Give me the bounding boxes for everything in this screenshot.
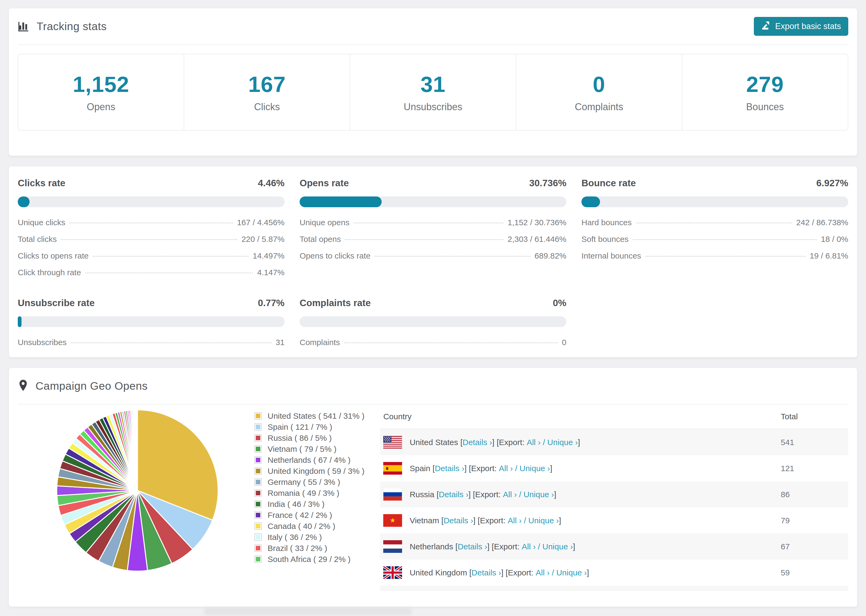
export-all-link[interactable]: All › bbox=[536, 568, 552, 577]
country-name: Spain bbox=[409, 464, 433, 473]
export-basic-stats-button[interactable]: Export basic stats bbox=[754, 17, 848, 36]
geo-table-row-ru: Russia [Details ›] [Export: All › / Uniq… bbox=[380, 481, 848, 508]
bracket: ] bbox=[492, 438, 497, 447]
geo-table-wrap: Country Total United States [Details ›] … bbox=[380, 404, 848, 591]
rate-detail-label: Total clicks bbox=[18, 235, 57, 244]
details-link[interactable]: Details › bbox=[458, 542, 487, 551]
stat-value: 1,152 bbox=[73, 72, 129, 97]
stat-label: Bounces bbox=[746, 101, 784, 113]
country-name: United Kingdom bbox=[409, 568, 469, 577]
export-all-link[interactable]: All › bbox=[527, 438, 543, 447]
stat-label: Clicks bbox=[254, 101, 280, 113]
nl-flag-icon bbox=[383, 540, 402, 553]
stat-value: 279 bbox=[746, 72, 784, 97]
ru-flag-icon bbox=[383, 488, 402, 501]
rate-title: Opens rate bbox=[299, 178, 349, 189]
rate-detail-row: Total clicks220 / 5.87% bbox=[18, 231, 285, 248]
legend-item-de: Germany ( 55 / 3% ) bbox=[254, 476, 364, 487]
rate-section-unsubscribe-rate: Unsubscribe rate0.77%Unsubscribes31 bbox=[18, 297, 285, 351]
export-unique-link[interactable]: Unique › bbox=[556, 568, 587, 577]
pie-slice-49[interactable] bbox=[137, 410, 137, 490]
dotted-leader bbox=[71, 343, 271, 343]
rate-detail-row: Complaints0 bbox=[299, 334, 567, 351]
legend-label: Canada ( 40 / 2% ) bbox=[268, 522, 335, 531]
bracket: [ bbox=[436, 490, 439, 499]
legend-swatch bbox=[254, 456, 262, 464]
slash: / bbox=[524, 516, 529, 525]
country-total: 67 bbox=[778, 533, 848, 559]
legend-item-br: Brazil ( 33 / 2% ) bbox=[254, 543, 364, 554]
rate-detail-value: 242 / 86.738% bbox=[796, 218, 849, 227]
rate-section-opens-rate: Opens rate30.736%Unique opens1,152 / 30.… bbox=[299, 178, 567, 281]
rate-detail-row: Clicks to opens rate14.497% bbox=[18, 248, 285, 264]
export-label: [Export: bbox=[473, 490, 503, 499]
details-link[interactable]: Details › bbox=[463, 438, 492, 447]
rate-title: Bounce rate bbox=[581, 178, 636, 189]
rate-detail-label: Unsubscribes bbox=[18, 338, 67, 347]
export-unique-link[interactable]: Unique › bbox=[547, 438, 578, 447]
tracking-stats-card: Tracking stats Export basic stats 1,152O… bbox=[9, 8, 857, 156]
legend-swatch bbox=[254, 500, 262, 508]
legend-label: Italy ( 36 / 2% ) bbox=[268, 533, 322, 542]
geo-table-row-us: United States [Details ›] [Export: All ›… bbox=[380, 429, 848, 455]
details-link[interactable]: Details › bbox=[435, 464, 464, 473]
stat-label: Opens bbox=[87, 101, 115, 113]
export-unique-link[interactable]: Unique › bbox=[524, 490, 554, 499]
dotted-leader bbox=[85, 272, 253, 273]
country-name: Vietnam bbox=[409, 516, 441, 525]
rate-value: 0% bbox=[553, 297, 567, 308]
legend-label: United States ( 541 / 31% ) bbox=[268, 412, 364, 421]
bracket: [ bbox=[441, 516, 444, 525]
bracket: [ bbox=[469, 568, 471, 577]
details-link[interactable]: Details › bbox=[471, 568, 501, 577]
export-label: [Export: bbox=[478, 516, 508, 525]
legend-swatch bbox=[254, 478, 262, 486]
export-all-link[interactable]: All › bbox=[503, 490, 519, 499]
bracket: ] bbox=[550, 464, 552, 473]
rate-detail-value: 18 / 0% bbox=[821, 235, 848, 244]
bracket: ] bbox=[554, 490, 556, 499]
export-all-link[interactable]: All › bbox=[522, 542, 538, 551]
slash: / bbox=[515, 464, 520, 473]
rate-detail-value: 220 / 5.87% bbox=[241, 235, 285, 244]
legend-item-us: United States ( 541 / 31% ) bbox=[254, 410, 364, 421]
details-link[interactable]: Details › bbox=[444, 516, 473, 525]
rate-detail-label: Unique clicks bbox=[18, 218, 65, 227]
rate-progress-track bbox=[18, 316, 285, 327]
legend-label: Spain ( 121 / 7% ) bbox=[268, 423, 332, 432]
export-all-link[interactable]: All › bbox=[499, 464, 515, 473]
legend-label: India ( 46 / 3% ) bbox=[268, 500, 324, 509]
legend-item-nl: Netherlands ( 67 / 4% ) bbox=[254, 454, 364, 465]
geo-table-row-gb: United Kingdom [Details ›] [Export: All … bbox=[380, 559, 848, 586]
country-name: Russia bbox=[409, 490, 436, 499]
country-total: 79 bbox=[778, 508, 848, 533]
column-header-total: Total bbox=[778, 404, 848, 429]
dotted-leader bbox=[61, 239, 237, 240]
stat-box-unsubscribes: 31Unsubscribes bbox=[350, 54, 516, 130]
legend-swatch bbox=[254, 423, 262, 431]
rate-progress-fill bbox=[18, 196, 30, 207]
details-link[interactable]: Details › bbox=[439, 490, 469, 499]
rate-detail-row: Opens to clicks rate689.82% bbox=[299, 248, 567, 264]
rate-progress-track bbox=[299, 316, 567, 327]
dotted-leader bbox=[636, 223, 792, 223]
legend-label: Brazil ( 33 / 2% ) bbox=[268, 544, 327, 553]
legend-swatch bbox=[254, 489, 262, 497]
slash: / bbox=[543, 438, 547, 447]
rate-detail-label: Complaints bbox=[299, 338, 340, 347]
export-button-label: Export basic stats bbox=[775, 22, 841, 31]
bracket: ] bbox=[587, 568, 589, 577]
export-unique-link[interactable]: Unique › bbox=[542, 542, 573, 551]
rate-section-bounce-rate: Bounce rate6.927%Hard bounces242 / 86.73… bbox=[581, 178, 848, 281]
rate-detail-label: Opens to clicks rate bbox=[299, 251, 370, 261]
export-unique-link[interactable]: Unique › bbox=[529, 516, 559, 525]
stat-box-complaints: 0Complaints bbox=[516, 54, 682, 130]
export-all-link[interactable]: All › bbox=[508, 516, 524, 525]
gb-flag-icon bbox=[383, 566, 402, 579]
rate-progress-fill bbox=[581, 196, 600, 207]
geo-title: Campaign Geo Opens bbox=[36, 380, 148, 392]
rate-title: Unsubscribe rate bbox=[18, 297, 94, 308]
rate-detail-value: 167 / 4.456% bbox=[237, 218, 285, 227]
export-unique-link[interactable]: Unique › bbox=[520, 464, 550, 473]
stat-label: Unsubscribes bbox=[404, 101, 462, 113]
